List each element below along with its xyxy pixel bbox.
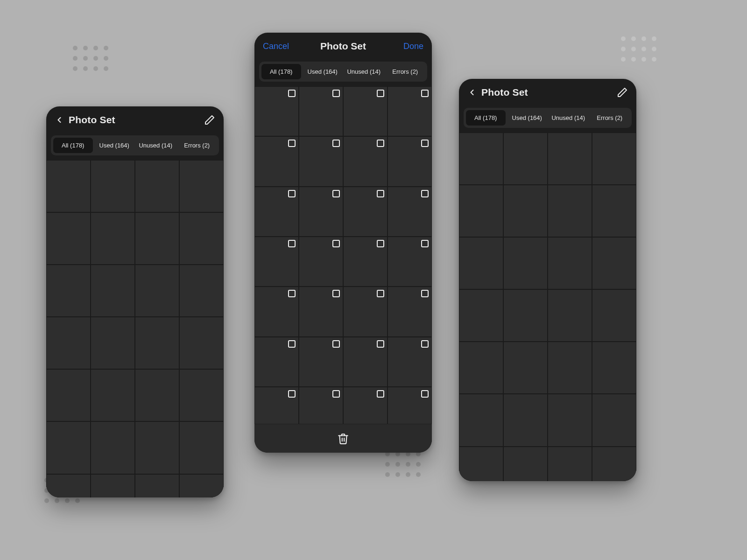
photo-cell[interactable] <box>592 289 636 342</box>
photo-cell[interactable] <box>503 394 548 446</box>
photo-cell[interactable] <box>548 289 592 342</box>
photo-cell[interactable] <box>503 133 548 185</box>
tab-all[interactable]: All (178) <box>466 110 506 126</box>
photo-cell[interactable] <box>299 237 343 287</box>
photo-cell[interactable] <box>459 342 503 394</box>
photo-cell[interactable] <box>459 237 503 289</box>
back-button[interactable] <box>55 115 64 125</box>
photo-checkbox[interactable] <box>288 140 296 147</box>
photo-cell[interactable] <box>299 337 343 387</box>
photo-cell[interactable] <box>46 421 91 474</box>
photo-cell[interactable] <box>254 237 299 287</box>
photo-cell[interactable] <box>388 337 432 387</box>
photo-checkbox[interactable] <box>332 190 340 197</box>
tab-errors[interactable]: Errors (2) <box>590 110 630 126</box>
photo-cell[interactable] <box>91 265 135 317</box>
cancel-button[interactable]: Cancel <box>263 42 289 51</box>
tab-errors[interactable]: Errors (2) <box>386 64 425 79</box>
photo-checkbox[interactable] <box>332 390 340 398</box>
tab-all[interactable]: All (178) <box>261 64 301 79</box>
photo-cell[interactable] <box>254 387 299 424</box>
photo-checkbox[interactable] <box>332 240 340 247</box>
photo-cell[interactable] <box>46 265 91 317</box>
photo-cell[interactable] <box>46 474 91 497</box>
photo-checkbox[interactable] <box>288 390 296 398</box>
photo-checkbox[interactable] <box>421 90 429 97</box>
photo-cell[interactable] <box>254 287 299 336</box>
photo-cell[interactable] <box>254 86 299 136</box>
photo-cell[interactable] <box>91 474 135 497</box>
photo-cell[interactable] <box>343 187 388 237</box>
photo-checkbox[interactable] <box>421 140 429 147</box>
photo-cell[interactable] <box>388 136 432 186</box>
done-button[interactable]: Done <box>403 42 423 51</box>
photo-checkbox[interactable] <box>377 190 384 197</box>
photo-checkbox[interactable] <box>288 240 296 247</box>
photo-cell[interactable] <box>179 160 224 212</box>
photo-cell[interactable] <box>459 133 503 185</box>
photo-cell[interactable] <box>548 394 592 446</box>
photo-cell[interactable] <box>592 394 636 446</box>
photo-cell[interactable] <box>179 369 224 421</box>
photo-cell[interactable] <box>299 136 343 186</box>
photo-cell[interactable] <box>592 185 636 237</box>
photo-checkbox[interactable] <box>332 90 340 97</box>
photo-cell[interactable] <box>91 212 135 265</box>
photo-checkbox[interactable] <box>421 340 429 348</box>
photo-cell[interactable] <box>592 237 636 289</box>
tab-unused[interactable]: Unused (14) <box>344 64 384 79</box>
photo-cell[interactable] <box>548 133 592 185</box>
tab-unused[interactable]: Unused (14) <box>136 138 176 153</box>
photo-cell[interactable] <box>343 136 388 186</box>
photo-checkbox[interactable] <box>288 290 296 297</box>
photo-checkbox[interactable] <box>377 90 384 97</box>
photo-checkbox[interactable] <box>377 290 384 297</box>
tab-used[interactable]: Used (164) <box>303 64 343 79</box>
photo-cell[interactable] <box>388 237 432 287</box>
photo-cell[interactable] <box>343 237 388 287</box>
photo-cell[interactable] <box>343 287 388 336</box>
photo-cell[interactable] <box>388 187 432 237</box>
edit-button[interactable] <box>617 87 628 98</box>
photo-cell[interactable] <box>135 474 179 497</box>
photo-cell[interactable] <box>135 369 179 421</box>
photo-checkbox[interactable] <box>377 340 384 348</box>
photo-cell[interactable] <box>46 160 91 212</box>
photo-cell[interactable] <box>388 86 432 136</box>
photo-cell[interactable] <box>503 289 548 342</box>
photo-cell[interactable] <box>503 447 548 481</box>
photo-cell[interactable] <box>91 160 135 212</box>
photo-cell[interactable] <box>548 342 592 394</box>
photo-cell[interactable] <box>592 133 636 185</box>
photo-cell[interactable] <box>459 289 503 342</box>
photo-cell[interactable] <box>548 237 592 289</box>
photo-checkbox[interactable] <box>332 340 340 348</box>
photo-checkbox[interactable] <box>421 390 429 398</box>
photo-cell[interactable] <box>299 387 343 424</box>
photo-checkbox[interactable] <box>421 290 429 297</box>
photo-cell[interactable] <box>299 287 343 336</box>
photo-cell[interactable] <box>135 317 179 369</box>
photo-cell[interactable] <box>91 421 135 474</box>
photo-cell[interactable] <box>46 317 91 369</box>
photo-cell[interactable] <box>135 212 179 265</box>
photo-cell[interactable] <box>179 317 224 369</box>
tab-used[interactable]: Used (164) <box>507 110 547 126</box>
photo-cell[interactable] <box>388 387 432 424</box>
photo-checkbox[interactable] <box>421 190 429 197</box>
photo-cell[interactable] <box>299 187 343 237</box>
photo-checkbox[interactable] <box>332 140 340 147</box>
photo-cell[interactable] <box>179 421 224 474</box>
back-button[interactable] <box>467 88 477 97</box>
photo-cell[interactable] <box>135 265 179 317</box>
photo-cell[interactable] <box>254 136 299 186</box>
photo-cell[interactable] <box>459 394 503 446</box>
photo-cell[interactable] <box>459 185 503 237</box>
photo-cell[interactable] <box>548 185 592 237</box>
photo-cell[interactable] <box>343 86 388 136</box>
photo-cell[interactable] <box>179 265 224 317</box>
delete-button[interactable] <box>337 433 349 445</box>
photo-cell[interactable] <box>503 185 548 237</box>
photo-cell[interactable] <box>46 212 91 265</box>
photo-cell[interactable] <box>503 342 548 394</box>
